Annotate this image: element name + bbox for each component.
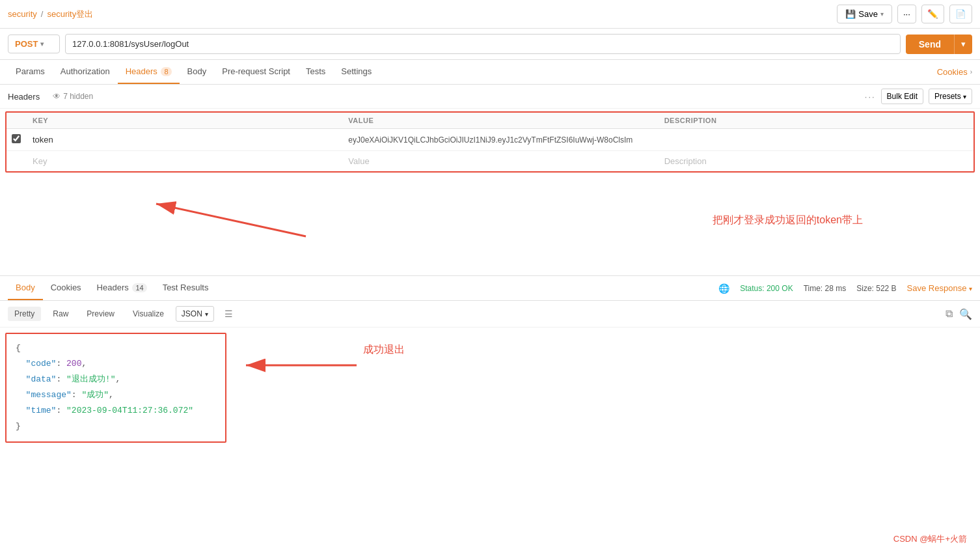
json-format-select[interactable]: JSON ▾ xyxy=(176,306,214,322)
empty-key-cell: Key xyxy=(26,151,342,171)
breadcrumb-part2: security登出 xyxy=(47,8,93,20)
json-line-0: { xyxy=(16,341,216,356)
search-icon[interactable]: 🔍 xyxy=(959,308,972,320)
response-annotation: 成功退出 xyxy=(226,333,975,411)
tab-authorization[interactable]: Authorization xyxy=(53,60,118,84)
value-cell: eyJ0eXAiOiJKV1QiLCJhbGciOiJIUzI1NiJ9.eyJ… xyxy=(342,130,657,150)
presets-button[interactable]: Presets ▾ xyxy=(929,89,972,104)
format-visualize[interactable]: Visualize xyxy=(126,307,170,321)
send-dropdown-button[interactable]: ▾ xyxy=(954,35,972,54)
method-select[interactable]: POST ▾ xyxy=(8,35,60,53)
checkbox-header xyxy=(7,113,26,128)
row-checkbox-cell[interactable] xyxy=(7,129,26,150)
bulk-edit-button[interactable]: Bulk Edit xyxy=(881,89,923,104)
json-line-1: "code": 200, xyxy=(16,356,216,372)
response-tab-body[interactable]: Body xyxy=(8,276,43,300)
headers-table-container: KEY VALUE DESCRIPTION token eyJ0eXAiOiJK… xyxy=(0,109,980,178)
save-label: Save xyxy=(858,9,878,19)
save-response-button[interactable]: Save Response ▾ xyxy=(907,283,972,293)
send-chevron-icon: ▾ xyxy=(961,39,966,49)
more-button[interactable]: ··· xyxy=(897,5,916,23)
top-actions: 💾 Save ▾ ··· ✏️ 📄 xyxy=(837,5,972,23)
tab-body[interactable]: Body xyxy=(180,60,215,84)
more-icon: ··· xyxy=(903,9,910,19)
save-chevron-icon: ▾ xyxy=(880,10,884,18)
format-bar: Pretty Raw Preview Visualize JSON ▾ ☰ ⧉ … xyxy=(0,301,980,328)
json-response-box: { "code": 200, "data": "退出成功!", "message… xyxy=(5,333,226,443)
save-response-chevron-icon: ▾ xyxy=(969,285,972,292)
url-input[interactable] xyxy=(65,34,901,54)
tab-tests[interactable]: Tests xyxy=(298,60,333,84)
format-bar-actions: ⧉ 🔍 xyxy=(946,308,972,320)
arrow-svg xyxy=(104,184,338,269)
size-label: Size: 522 B xyxy=(856,284,896,293)
format-pretty[interactable]: Pretty xyxy=(8,307,41,321)
breadcrumb-separator: / xyxy=(41,9,44,19)
response-tab-headers[interactable]: Headers 14 xyxy=(89,276,155,300)
json-line-4: "time": "2023-09-04T11:27:36.072" xyxy=(16,403,216,419)
edit-icon: ✏️ xyxy=(927,9,938,19)
presets-label: Presets xyxy=(934,92,961,101)
key-column-header: KEY xyxy=(26,113,342,128)
method-label: POST xyxy=(15,39,38,49)
doc-button[interactable]: 📄 xyxy=(949,5,972,23)
key-cell: token xyxy=(26,130,342,150)
response-annotation-text: 成功退出 xyxy=(363,343,405,357)
svg-line-1 xyxy=(156,204,306,236)
edit-button[interactable]: ✏️ xyxy=(921,5,944,23)
value-column-header: VALUE xyxy=(342,113,657,128)
presets-chevron-icon: ▾ xyxy=(963,93,966,100)
cookies-chevron-icon: › xyxy=(970,68,972,76)
filter-icon[interactable]: ☰ xyxy=(225,309,233,319)
tab-pre-request[interactable]: Pre-request Script xyxy=(214,60,298,84)
save-icon: 💾 xyxy=(845,9,856,19)
copy-icon[interactable]: ⧉ xyxy=(946,308,953,320)
tab-settings[interactable]: Settings xyxy=(333,60,379,84)
headers-label: Headers xyxy=(8,92,40,102)
table-row: token eyJ0eXAiOiJKV1QiLCJhbGciOiJIUzI1Ni… xyxy=(7,129,973,151)
headers-section: Headers 👁 7 hidden ··· Bulk Edit Presets… xyxy=(0,85,980,178)
json-line-5: } xyxy=(16,419,216,434)
send-button[interactable]: Send xyxy=(906,35,954,54)
response-tab-test-results[interactable]: Test Results xyxy=(155,276,217,300)
response-arrow-svg xyxy=(226,346,370,385)
headers-toolbar: Headers 👁 7 hidden xyxy=(8,92,93,102)
tab-headers[interactable]: Headers 8 xyxy=(118,60,180,84)
response-tabs: Body Cookies Headers 14 Test Results 🌐 S… xyxy=(0,276,980,301)
empty-value-cell: Value xyxy=(342,151,657,171)
eye-icon: 👁 xyxy=(53,92,61,101)
response-area: Body Cookies Headers 14 Test Results 🌐 S… xyxy=(0,276,980,448)
globe-icon: 🌐 xyxy=(718,283,729,294)
breadcrumb: security / security登出 xyxy=(8,8,93,20)
format-preview[interactable]: Preview xyxy=(80,307,121,321)
description-cell xyxy=(658,135,973,145)
response-tab-cookies[interactable]: Cookies xyxy=(43,276,89,300)
headers-table: KEY VALUE DESCRIPTION token eyJ0eXAiOiJK… xyxy=(5,111,975,173)
status-ok: Status: 200 OK xyxy=(740,284,793,293)
row-checkbox[interactable] xyxy=(12,134,21,143)
response-body-area: { "code": 200, "data": "退出成功!", "message… xyxy=(0,328,980,448)
annotation-text: 把刚才登录成功返回的token带上 xyxy=(713,214,863,227)
json-line-2: "data": "退出成功!", xyxy=(16,372,216,387)
breadcrumb-part1: security xyxy=(8,9,37,19)
json-chevron-icon: ▾ xyxy=(205,311,208,318)
annotation-area: 把刚才登录成功返回的token带上 xyxy=(0,178,980,275)
tab-params[interactable]: Params xyxy=(8,60,53,84)
table-column-headers: KEY VALUE DESCRIPTION xyxy=(7,113,973,129)
empty-table-row: Key Value Description xyxy=(7,151,973,171)
description-column-header: DESCRIPTION xyxy=(658,113,973,128)
empty-checkbox-cell xyxy=(7,156,26,167)
format-raw[interactable]: Raw xyxy=(46,307,75,321)
json-line-3: "message": "成功", xyxy=(16,387,216,403)
response-status-bar: 🌐 Status: 200 OK Time: 28 ms Size: 522 B… xyxy=(718,283,972,294)
time-label: Time: 28 ms xyxy=(804,284,847,293)
cookies-link[interactable]: Cookies xyxy=(937,67,968,77)
send-group: Send ▾ xyxy=(906,35,972,54)
hidden-badge: 👁 7 hidden xyxy=(53,92,93,101)
hidden-count-label: 7 hidden xyxy=(63,92,93,101)
top-bar: security / security登出 💾 Save ▾ ··· ✏️ 📄 xyxy=(0,0,980,29)
response-headers-badge: 14 xyxy=(132,283,146,292)
save-button[interactable]: 💾 Save ▾ xyxy=(837,5,892,23)
request-tabs: Params Authorization Headers 8 Body Pre-… xyxy=(0,60,980,85)
method-chevron-icon: ▾ xyxy=(40,40,44,48)
